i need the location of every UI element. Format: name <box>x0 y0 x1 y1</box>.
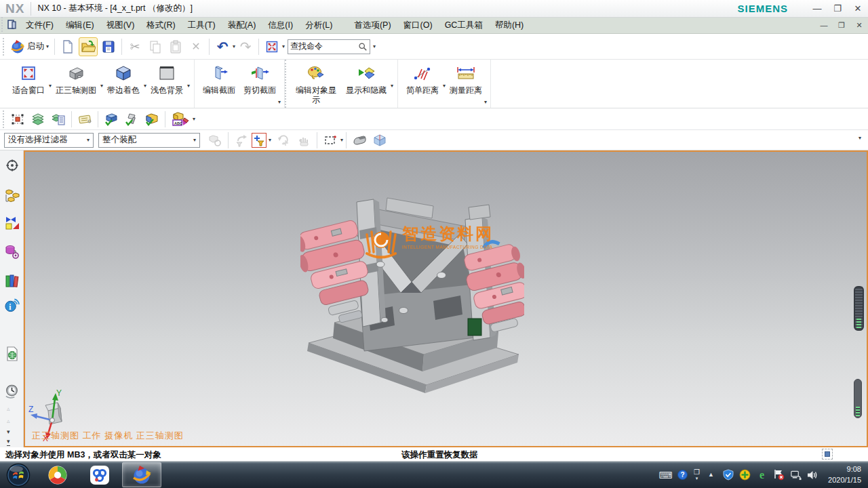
menu-assemblies[interactable]: 装配(A) <box>222 18 262 33</box>
search-caret-icon[interactable]: ▾ <box>373 44 376 49</box>
simple-distance-button[interactable]: 简单距离 <box>403 62 442 96</box>
network-tray-icon[interactable] <box>790 469 802 481</box>
menu-file[interactable]: 文件(F) <box>20 18 60 33</box>
measure-distance-button[interactable]: 测量距离 <box>446 62 486 96</box>
paste-button[interactable] <box>166 37 185 56</box>
snap-caret-icon[interactable]: ▾ <box>269 138 271 143</box>
annotation-tag-button[interactable] <box>75 110 94 129</box>
attributes-caret-icon[interactable]: ▾ <box>193 117 195 122</box>
save-button[interactable] <box>99 37 118 56</box>
menu-format[interactable]: 格式(R) <box>140 18 181 33</box>
clip-slider-2[interactable] <box>854 379 862 418</box>
shaded-edges-button[interactable]: 带边着色 <box>104 62 143 96</box>
ie-browser-tray-icon[interactable]: e <box>756 469 768 481</box>
cut-button[interactable]: ✂ <box>125 37 144 56</box>
drag-component-button[interactable] <box>294 131 313 150</box>
marquee-select-button[interactable] <box>321 131 340 150</box>
measure-group-caret-icon[interactable]: ▾ <box>484 100 487 105</box>
taskbar-browser-button[interactable] <box>38 462 77 487</box>
scroll-up2-icon[interactable]: ▵ <box>7 418 10 424</box>
snap-point-toggle[interactable] <box>252 133 267 148</box>
security-shield-icon[interactable] <box>722 469 734 481</box>
undo-button[interactable]: ↶ <box>213 37 232 56</box>
graphics-viewport[interactable]: 智造资料网 INTELLIGENT MANUFACTURING DATA Y Z… <box>24 150 868 447</box>
show-hide-caret-icon[interactable]: ▾ <box>391 83 393 89</box>
start-menu-button[interactable]: 启动 ▾ <box>8 37 51 56</box>
marquee-caret-icon[interactable]: ▾ <box>340 138 343 143</box>
database-icon[interactable] <box>4 244 20 260</box>
iso-view-button[interactable]: 正三轴测图 <box>52 62 100 96</box>
move-component-button[interactable] <box>122 110 141 129</box>
menu-analysis[interactable]: 分析(L) <box>299 18 338 33</box>
light-background-caret-icon[interactable]: ▾ <box>187 83 190 89</box>
volume-speaker-icon[interactable] <box>807 469 818 481</box>
desktop-preview-icon[interactable]: ❐ ▾ <box>694 469 700 481</box>
fit-view-button[interactable] <box>262 37 281 56</box>
render-style-button[interactable] <box>350 131 369 150</box>
help-tray-icon[interactable]: ? <box>677 469 688 481</box>
menu-view[interactable]: 视图(V) <box>100 18 141 33</box>
roller-gear-icon[interactable] <box>4 157 20 173</box>
taskbar-clock[interactable]: 9:08 2020/1/15 <box>824 464 861 486</box>
fit-window-button[interactable]: 适合窗口 <box>9 62 48 96</box>
status-tray-icon[interactable] <box>822 449 833 460</box>
start-button[interactable] <box>1 462 35 487</box>
clip-section-button[interactable]: 剪切截面 <box>240 62 279 96</box>
scroll-bottom-icon[interactable]: ▾ <box>7 438 10 446</box>
web-page-icon[interactable] <box>4 346 20 361</box>
delete-button[interactable]: ✕ <box>186 37 205 56</box>
menu-information[interactable]: 信息(I) <box>262 18 299 33</box>
layer-stack-button[interactable] <box>28 110 47 129</box>
action-center-flag-icon[interactable] <box>773 469 785 481</box>
search-input[interactable] <box>290 42 358 52</box>
clip-slider[interactable] <box>854 286 864 331</box>
select-assembly-button[interactable] <box>205 131 224 150</box>
edit-object-display-button[interactable]: 编辑对象显示 <box>291 62 341 106</box>
rotate-orient-button[interactable] <box>274 131 293 150</box>
cad-model-vblock-fixture[interactable] <box>300 190 524 393</box>
assembly-navigator-icon[interactable] <box>4 188 20 203</box>
assembly-constraint-button[interactable] <box>102 110 121 129</box>
antivirus-tray-icon[interactable] <box>739 469 751 481</box>
layer-settings-button[interactable] <box>49 110 68 129</box>
show-hidden-icons[interactable]: ▲ <box>705 469 717 481</box>
menu-tools[interactable]: 工具(T) <box>182 18 222 33</box>
undo-caret-icon[interactable]: ▾ <box>233 44 235 49</box>
scope-dropdown[interactable]: 整个装配 ▾ <box>98 133 200 148</box>
section-group-caret-icon[interactable]: ▾ <box>278 100 281 105</box>
close-button[interactable]: ✕ <box>848 3 868 14</box>
scroll-down-icon[interactable]: ▾ <box>7 428 10 435</box>
toolbar-overflow-caret-icon[interactable]: ▾ <box>859 136 861 141</box>
filter-back-button[interactable] <box>232 131 251 150</box>
new-file-button[interactable] <box>58 37 77 56</box>
menu-window[interactable]: 窗口(O) <box>397 18 439 33</box>
edit-attributes-button[interactable]: ABC <box>169 110 192 129</box>
redo-button[interactable]: ↷ <box>236 37 255 56</box>
minimize-button[interactable]: — <box>807 3 827 14</box>
menu-edit[interactable]: 编辑(E) <box>60 18 100 33</box>
select-bounds-button[interactable] <box>8 110 27 129</box>
show-hide-button[interactable]: 显示和隐藏 <box>342 62 390 96</box>
menu-help[interactable]: 帮助(H) <box>489 18 530 33</box>
child-minimize-button[interactable]: — <box>815 21 833 30</box>
edit-section-button[interactable]: 编辑截面 <box>199 62 239 96</box>
selection-filter-dropdown[interactable]: 没有选择过滤器 ▾ <box>4 133 94 148</box>
constraint-navigator-icon[interactable] <box>4 215 20 230</box>
library-books-icon[interactable] <box>4 272 20 288</box>
child-close-button[interactable]: ✕ <box>850 21 868 30</box>
fit-view-caret-icon[interactable]: ▾ <box>282 44 285 49</box>
assemble-check-button[interactable] <box>142 110 161 129</box>
history-clock-icon[interactable] <box>4 384 20 399</box>
copy-button[interactable] <box>146 37 165 56</box>
scroll-up-icon[interactable]: ▵ <box>7 405 10 412</box>
restore-button[interactable]: ❐ <box>827 3 848 14</box>
taskbar-nx-button[interactable] <box>122 462 161 487</box>
taskbar-netdisk-button[interactable] <box>80 462 119 487</box>
light-background-button[interactable]: 浅色背景 <box>147 62 186 96</box>
command-finder[interactable] <box>288 39 370 54</box>
child-restore-button[interactable]: ❐ <box>833 21 850 30</box>
info-feed-icon[interactable]: i <box>4 297 20 312</box>
work-section-button[interactable] <box>370 131 389 150</box>
menu-preferences[interactable]: 首选项(P) <box>348 18 397 33</box>
simple-distance-caret-icon[interactable]: ▾ <box>443 83 446 89</box>
